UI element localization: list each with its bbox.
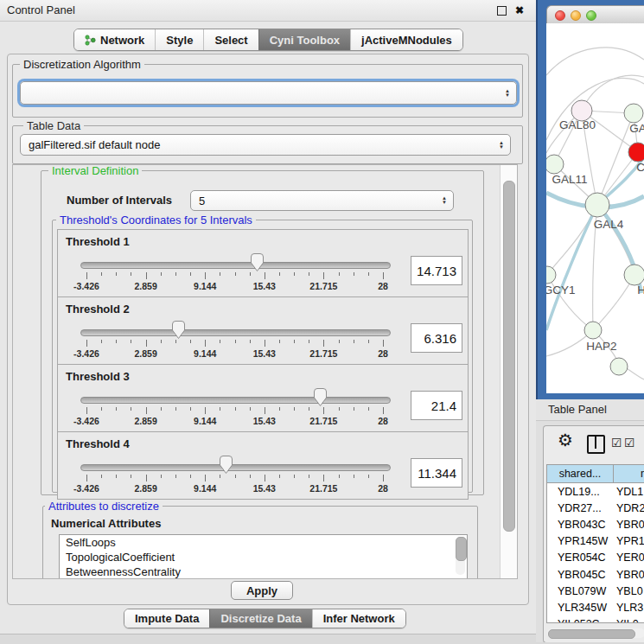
table-row[interactable]: YIL052CYIL0 (547, 616, 644, 624)
scrollbar-thumb[interactable] (548, 629, 635, 639)
threshold-label: Threshold 1 (66, 235, 130, 248)
scrollbar-thumb[interactable] (503, 181, 515, 532)
cell-name[interactable]: YIL0 (614, 618, 639, 623)
combo-arrows-icon: ▲▼ (442, 196, 447, 205)
cell-name[interactable]: YER0 (614, 552, 644, 564)
network-node-label: GAL11 (552, 173, 587, 186)
table-panel-box: ⚙ ☑ ☑ shared... na YDL19...YDL1YDR27...Y… (543, 425, 644, 643)
threshold-value-field[interactable] (411, 323, 462, 353)
checkbox-icon[interactable]: ☑ (611, 436, 622, 450)
minimize-traffic-light[interactable] (571, 10, 581, 21)
tab-jactivemnodules[interactable]: jActiveMNodules (350, 29, 462, 50)
cell-name[interactable]: YPR1 (614, 535, 644, 547)
table-row[interactable]: YBL079WYBL0 (547, 583, 644, 599)
cell-shared-name[interactable]: YBR045C (547, 569, 614, 581)
horizontal-scrollbar[interactable] (547, 628, 644, 638)
cell-shared-name[interactable]: YER054C (547, 552, 614, 564)
threshold-slider-thumb[interactable] (314, 388, 327, 406)
cell-shared-name[interactable]: YPR145W (547, 535, 614, 547)
threshold-slider-track[interactable] (80, 397, 391, 404)
tab-select[interactable]: Select (203, 29, 258, 50)
network-node[interactable] (546, 155, 564, 174)
network-node[interactable] (585, 193, 609, 217)
close-traffic-light[interactable] (555, 10, 565, 21)
cell-shared-name[interactable]: YDL19... (547, 486, 614, 498)
threshold-slider-track[interactable] (80, 464, 391, 471)
tab-discretize-data[interactable]: Discretize Data (209, 609, 311, 628)
float-window-icon[interactable] (497, 6, 507, 16)
threshold-slider-track[interactable] (80, 262, 391, 269)
network-node[interactable] (624, 104, 643, 123)
combo-arrows-icon: ▲▼ (499, 141, 504, 150)
node-table[interactable]: shared... na YDL19...YDL1YDR27...YDR2YBR… (546, 464, 644, 623)
column-header-name[interactable]: na (614, 465, 644, 482)
number-of-intervals-combo[interactable]: 5 ▲▼ (190, 190, 454, 211)
cell-shared-name[interactable]: YDR27... (547, 502, 614, 514)
network-node[interactable] (610, 358, 628, 375)
tab-infer-network[interactable]: Infer Network (312, 609, 405, 628)
cell-name[interactable]: YLR3 (614, 602, 643, 614)
control-panel-tabbar: Network Style Select Cyni Toolbox jActiv… (73, 29, 463, 51)
table-row[interactable]: YER054CYER0 (547, 550, 644, 566)
checkbox-icon[interactable]: ☑ (624, 436, 635, 450)
table-row[interactable]: YPR145WYPR1 (547, 533, 644, 550)
network-window-titlebar[interactable] (546, 5, 644, 25)
cell-name[interactable]: YDL1 (614, 486, 643, 498)
tab-style[interactable]: Style (155, 29, 203, 50)
close-icon[interactable]: ✖ (515, 4, 524, 16)
threshold-panel: Threshold 1 -3.4262.8599.14415.4321.7152… (57, 229, 469, 297)
table-panel-titlebar: Table Panel (536, 399, 644, 421)
interval-definition-group: Interval Definition Number of Intervals … (41, 170, 484, 495)
network-canvas[interactable]: GAL80GACGAL11GAL4GCY1HHAP2 (546, 23, 644, 393)
apply-button[interactable]: Apply (231, 581, 293, 600)
tab-impute-data[interactable]: Impute Data (124, 609, 209, 628)
tab-cyni-toolbox[interactable]: Cyni Toolbox (258, 29, 350, 50)
cell-name[interactable]: YBR0 (614, 519, 644, 531)
zoom-traffic-light[interactable] (586, 10, 596, 21)
column-header-shared-name[interactable]: shared... (547, 465, 614, 482)
network-node[interactable] (628, 143, 644, 162)
threshold-slider-thumb[interactable] (220, 456, 233, 474)
network-node[interactable] (584, 322, 602, 339)
table-row[interactable]: YBR043CYBR0 (547, 516, 644, 532)
cell-name[interactable]: YDR2 (614, 502, 644, 514)
scrollbar-thumb[interactable] (456, 537, 467, 561)
attribute-list-item[interactable]: BetweennessCentrality (60, 564, 467, 578)
cell-shared-name[interactable]: YLR345W (547, 602, 614, 614)
network-node-label: C (636, 161, 644, 174)
network-node[interactable] (624, 265, 644, 285)
threshold-slider-track[interactable] (80, 329, 391, 336)
threshold-slider-thumb[interactable] (172, 321, 185, 339)
threshold-value-field[interactable] (411, 458, 462, 488)
thresholds-group-title: Threshold's Coordinates for 5 Intervals (56, 214, 256, 226)
threshold-label: Threshold 4 (66, 437, 130, 450)
attribute-list-item[interactable]: SelfLoops (60, 535, 467, 550)
threshold-slider-thumb[interactable] (251, 253, 264, 271)
table-data-combo-value: galFiltered.sif default node (29, 138, 160, 151)
tab-network[interactable]: Network (74, 29, 155, 50)
vertical-scrollbar[interactable] (500, 165, 517, 578)
threshold-value-field[interactable] (411, 391, 462, 420)
algorithm-combo[interactable]: ▲▼ (20, 81, 517, 105)
split-columns-icon[interactable] (587, 435, 605, 454)
cell-shared-name[interactable]: YBR043C (547, 519, 614, 531)
network-node[interactable] (546, 266, 556, 284)
table-row[interactable]: YDL19...YDL1 (547, 483, 644, 500)
table-row[interactable]: YLR345WYLR3 (547, 599, 644, 615)
cell-name[interactable]: YBR0 (614, 569, 644, 581)
attributes-list-scrollbar[interactable] (456, 537, 465, 575)
table-row[interactable]: YBR045CYBR0 (547, 566, 644, 583)
attribute-list-item[interactable]: TopologicalCoefficient (60, 550, 467, 564)
table-row[interactable]: YDR27...YDR2 (547, 500, 644, 516)
gear-icon[interactable]: ⚙ (558, 431, 573, 449)
thresholds-group: Threshold's Coordinates for 5 Intervals … (52, 220, 473, 493)
threshold-value-field[interactable] (411, 256, 462, 285)
table-data-combo[interactable]: galFiltered.sif default node ▲▼ (20, 134, 511, 156)
network-node-label: HAP2 (586, 340, 616, 353)
numerical-attributes-list[interactable]: SelfLoopsTopologicalCoefficientBetweenne… (59, 534, 468, 578)
network-icon (85, 35, 96, 46)
cell-shared-name[interactable]: YIL052C (547, 618, 614, 623)
cell-name[interactable]: YBL0 (614, 585, 643, 597)
cell-shared-name[interactable]: YBL079W (547, 585, 614, 597)
numerical-attributes-heading: Numerical Attributes (51, 517, 161, 530)
